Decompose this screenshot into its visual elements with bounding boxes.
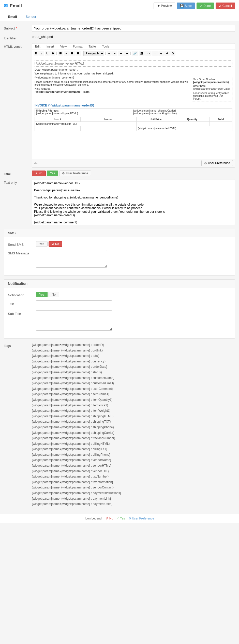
send-sms-toggle: Yes ✗ No xyxy=(36,241,62,247)
sms-message-textarea[interactable] xyxy=(36,250,107,268)
align-left-button[interactable]: ☰ xyxy=(58,51,63,56)
product-html-widget: {widget:param|name=productHTML} xyxy=(35,122,137,126)
tab-sender[interactable]: Sender xyxy=(21,12,41,21)
list-item: {widget:param|name={widget:param|name} :… xyxy=(32,342,235,348)
notification-section: Notification Notification Yes No Title S… xyxy=(4,279,235,339)
save-button[interactable]: 💾 Save xyxy=(177,3,195,9)
unordered-list-button[interactable]: ≡ xyxy=(107,51,112,56)
order-date-label: Order Date: xyxy=(193,85,231,87)
identifier-value: order_shipped xyxy=(32,33,53,39)
editor-menu-tools[interactable]: Tools xyxy=(99,43,112,50)
editor-menu-table[interactable]: Table xyxy=(86,43,99,50)
strikethrough-button[interactable]: S xyxy=(50,51,55,56)
email-two-col: {widget:param|name=comment} Please keep … xyxy=(35,76,232,102)
list-item: {widget:param|name={widget:param|name} :… xyxy=(32,490,235,496)
legend-yes-icon: ✓ xyxy=(117,517,119,520)
text-only-textarea[interactable]: {widget:param|name=vendorTXT} Dear {widg… xyxy=(32,179,235,225)
col-total: Total xyxy=(210,117,232,122)
notification-section-header: Notification xyxy=(4,280,235,288)
done-button[interactable]: ✓ Done xyxy=(197,3,214,9)
text-only-label: Text only xyxy=(4,179,32,185)
subscript-button[interactable]: x₂ xyxy=(158,51,164,56)
legend-pref-icon: ⚙ xyxy=(128,517,131,520)
ordered-list-button[interactable]: ≡ xyxy=(112,51,117,56)
page-header: ✉ Email 👁 Preview 💾 Save ✓ Done ✗ Cancel xyxy=(0,0,239,12)
subject-input[interactable] xyxy=(32,25,235,32)
editor-menu-edit[interactable]: Edit xyxy=(32,43,43,50)
save-icon: 💾 xyxy=(180,4,184,8)
notification-subtitle-textarea[interactable] xyxy=(36,310,112,331)
notification-title-input[interactable] xyxy=(36,300,112,307)
comment-widget: {widget:param|name=comment} xyxy=(35,76,190,79)
notification-label: Notification xyxy=(8,292,36,297)
col-product: Product xyxy=(81,117,137,122)
superscript-button[interactable]: x² xyxy=(164,51,170,56)
list-item: {widget:param|name={widget:param|name} :… xyxy=(32,425,235,430)
product-table: Item # Product Unit Price Quantity Total… xyxy=(35,117,232,131)
list-item: {widget:param|name={widget:param|name} :… xyxy=(32,496,235,502)
order-number-label: Your Order Number: xyxy=(193,78,231,81)
list-item: {widget:param|name={widget:param|name} :… xyxy=(32,419,235,425)
notification-title-row: Title xyxy=(8,300,231,307)
sms-no-button[interactable]: ✗ No xyxy=(49,241,63,247)
identifier-label: Identifier xyxy=(4,35,32,40)
toggle-icon: ⚙ xyxy=(204,161,207,165)
toggle-editor-button[interactable]: ⚙ User Preference xyxy=(201,160,233,166)
tab-email[interactable]: Email xyxy=(4,12,21,21)
code-button[interactable]: <> xyxy=(145,51,152,56)
notification-title-label: Title xyxy=(8,300,36,306)
gear-icon: ⚙ xyxy=(62,172,65,175)
vendor-html-widget: {widget:param|name=vendorHTML} xyxy=(36,62,84,65)
hr-button[interactable]: — xyxy=(152,51,158,56)
sms-yes-button[interactable]: Yes xyxy=(36,241,48,247)
shipping-html-widget: {widget:param|name=shippingHTML} xyxy=(36,112,78,115)
editor-format-toolbar: B I U S ☰ ≡ ☰ ☰ Paragraph ≡ ≡ xyxy=(32,50,235,57)
html-yes-button[interactable]: Yes xyxy=(47,171,58,176)
pleased-line: We are pleased to inform you that your o… xyxy=(35,72,232,75)
list-item: {widget:param|name={widget:param|name} :… xyxy=(32,457,235,463)
editor-tag-indicator: div xyxy=(34,162,38,165)
align-center-button[interactable]: ≡ xyxy=(64,51,69,56)
tags-list: {widget:param|name={widget:param|name} :… xyxy=(32,342,235,507)
notification-no-button[interactable]: No xyxy=(49,292,59,297)
icon-legend-label: Icon Legend : xyxy=(85,517,103,520)
legend-pref-label: User Preference xyxy=(132,517,154,520)
no-x-icon: ✗ xyxy=(35,172,38,175)
order-number-widget: {widget:param|name=ordlink} xyxy=(193,81,231,84)
align-right-button[interactable]: ☰ xyxy=(69,51,75,56)
editor-menu-format[interactable]: Format xyxy=(70,43,86,50)
notification-yes-button[interactable]: Yes xyxy=(36,292,48,297)
image-button[interactable]: 🖼 xyxy=(139,51,145,56)
italic-button[interactable]: I xyxy=(39,51,44,56)
col-unit-price: Unit Price xyxy=(137,117,175,122)
send-sms-label: Send SMS xyxy=(8,241,36,247)
list-item: {widget:param|name={widget:param|name} :… xyxy=(32,452,235,458)
list-item: {widget:param|name={widget:param|name} :… xyxy=(32,364,235,370)
subject-row: Subject xyxy=(4,25,235,32)
paragraph-select[interactable]: Paragraph xyxy=(83,51,104,56)
list-item: {widget:param|name={widget:param|name} :… xyxy=(32,480,235,485)
html-no-button[interactable]: ✗ No xyxy=(32,171,46,176)
html-toggle-row: Html ✗ No Yes ⚙ User Preference xyxy=(4,171,235,176)
editor-menu-view[interactable]: View xyxy=(57,43,70,50)
special-char-button[interactable]: Ω xyxy=(170,51,175,56)
list-item: {widget:param|name={widget:param|name} :… xyxy=(32,392,235,397)
list-item: {widget:param|name={widget:param|name} :… xyxy=(32,353,235,359)
legend-yes-label: Yes xyxy=(120,517,125,520)
eye-icon: 👁 xyxy=(157,4,160,8)
order-date-widget: {widget:param|name=orderDate} xyxy=(193,87,231,90)
align-justify-button[interactable]: ☰ xyxy=(76,51,81,56)
bold-button[interactable]: B xyxy=(34,51,39,56)
user-preference-button[interactable]: ⚙ User Preference xyxy=(59,171,91,176)
toolbar-separator-1 xyxy=(56,52,57,55)
redo-button[interactable]: ↪ xyxy=(124,51,129,56)
shipping-table: Shipping Address: {widget:param|name=shi… xyxy=(35,108,232,116)
editor-body[interactable]: {widget:param|name=vendorHTML} Dear {wid… xyxy=(32,57,235,159)
list-item: {widget:param|name={widget:param|name} :… xyxy=(32,485,235,490)
editor-menu-insert[interactable]: Insert xyxy=(43,43,57,50)
cancel-button[interactable]: ✗ Cancel xyxy=(216,3,235,9)
undo-button[interactable]: ↩ xyxy=(118,51,124,56)
link-button[interactable]: 🔗 xyxy=(132,51,138,56)
preview-button[interactable]: 👁 Preview xyxy=(154,3,175,9)
underline-button[interactable]: U xyxy=(45,51,50,56)
